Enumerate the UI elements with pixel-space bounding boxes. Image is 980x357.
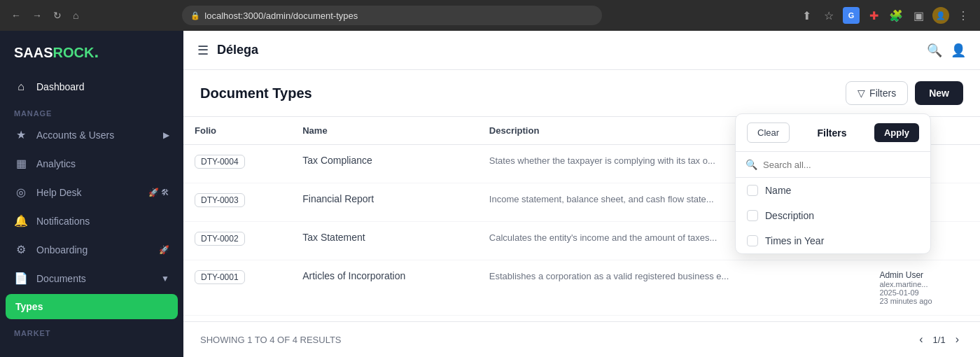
cell-folio: DTY-0002 bbox=[183, 222, 291, 260]
filter-option-description-label: Description bbox=[765, 210, 814, 221]
sidebar-item-help-desk[interactable]: ◎ Help Desk 🚀 🛠 bbox=[0, 178, 183, 206]
window-icon[interactable]: ▣ bbox=[910, 7, 927, 24]
filters-button[interactable]: ▽ Filters bbox=[846, 81, 908, 105]
pagination: ‹ 1/1 › bbox=[915, 332, 963, 347]
sidebar-item-onboarding[interactable]: ⚙ Onboarding 🚀 bbox=[0, 235, 183, 264]
table-footer: SHOWING 1 TO 4 OF 4 RESULTS ‹ 1/1 › bbox=[183, 321, 980, 357]
description-text: Calculates the entity's income and the a… bbox=[489, 232, 718, 243]
page-title: Document Types bbox=[200, 85, 312, 102]
page-indicator: 1/1 bbox=[933, 335, 946, 345]
hamburger-button[interactable]: ☰ bbox=[197, 43, 209, 58]
filters-label: Filters bbox=[869, 88, 896, 99]
market-section-label: MARKET bbox=[0, 321, 183, 340]
onboarding-icon: ⚙ bbox=[14, 243, 28, 256]
sidebar-item-analytics[interactable]: ▦ Analytics bbox=[0, 149, 183, 178]
header-title: Délega bbox=[217, 43, 258, 57]
filter-clear-button[interactable]: Clear bbox=[747, 122, 790, 143]
filter-option-description[interactable]: Description bbox=[736, 203, 930, 228]
created-by-email: alex.martine... bbox=[879, 280, 969, 288]
extension-icon[interactable]: ✚ bbox=[865, 7, 882, 24]
prev-page-button[interactable]: ‹ bbox=[915, 332, 927, 347]
helpdesk-icon: ◎ bbox=[14, 186, 28, 199]
sidebar-item-types[interactable]: Types bbox=[6, 294, 178, 319]
star-icon: ★ bbox=[14, 128, 28, 141]
filter-dropdown-header: Clear Filters Apply bbox=[736, 114, 930, 152]
page-header-actions: ▽ Filters New bbox=[846, 81, 963, 105]
documents-icon: 📄 bbox=[14, 272, 28, 285]
share-icon[interactable]: ⬆ bbox=[798, 7, 815, 24]
chevron-down-icon: ▼ bbox=[161, 274, 169, 284]
sidebar: SAASROCK. ⌂ Dashboard MANAGE ★ Accounts … bbox=[0, 31, 183, 357]
chart-icon: ▦ bbox=[14, 157, 28, 170]
filter-apply-button[interactable]: Apply bbox=[874, 123, 919, 142]
bell-icon: 🔔 bbox=[14, 214, 28, 227]
puzzle-icon[interactable]: 🧩 bbox=[888, 7, 904, 24]
sidebar-item-documents[interactable]: 📄 Documents ▼ bbox=[0, 264, 183, 293]
filter-search-row: 🔍 bbox=[736, 152, 930, 178]
menu-icon[interactable]: ⋮ bbox=[955, 7, 972, 24]
chevron-right-icon: ▶ bbox=[163, 130, 169, 140]
description-text: Establishes a corporation as a valid reg… bbox=[489, 271, 729, 281]
search-icon: 🔍 bbox=[746, 159, 757, 170]
url-bar[interactable]: 🔒 localhost:3000/admin/document-types bbox=[182, 6, 602, 25]
extension-g-icon[interactable]: G bbox=[843, 7, 860, 24]
back-button[interactable]: ← bbox=[8, 7, 24, 24]
filter-option-times-in-year-label: Times in Year bbox=[765, 235, 824, 246]
showing-text: SHOWING 1 TO 4 OF 4 RESULTS bbox=[200, 335, 342, 345]
types-label: Types bbox=[15, 301, 43, 312]
sidebar-item-dashboard[interactable]: ⌂ Dashboard bbox=[0, 73, 183, 101]
cell-name: Tax Statement bbox=[291, 222, 478, 260]
sidebar-item-accounts-users[interactable]: ★ Accounts & Users ▶ bbox=[0, 120, 183, 149]
filter-option-times-in-year[interactable]: Times in Year bbox=[736, 228, 930, 253]
col-folio: Folio bbox=[183, 117, 291, 145]
header-actions: 🔍 👤 bbox=[927, 43, 966, 58]
sidebar-item-label: Dashboard bbox=[36, 81, 169, 92]
url-text: localhost:3000/admin/document-types bbox=[204, 10, 358, 21]
user-button[interactable]: 👤 bbox=[951, 43, 966, 58]
next-page-button[interactable]: › bbox=[951, 332, 963, 347]
page-header: Document Types ▽ Filters New Clear Filte… bbox=[183, 70, 980, 117]
logo-rock: ROCK bbox=[53, 45, 94, 60]
filter-icon: ▽ bbox=[858, 88, 865, 99]
cell-folio: DTY-0003 bbox=[183, 183, 291, 222]
sidebar-logo: SAASROCK. bbox=[0, 31, 183, 73]
col-name: Name bbox=[291, 117, 478, 145]
description-text: States whether the taxpayer is complying… bbox=[489, 155, 715, 166]
filter-option-name[interactable]: Name bbox=[736, 178, 930, 203]
filter-checkbox-description[interactable] bbox=[747, 210, 758, 221]
logo-dot: . bbox=[94, 42, 99, 61]
lock-icon: 🔒 bbox=[190, 11, 200, 20]
filter-checkbox-name[interactable] bbox=[747, 185, 758, 196]
main-content: ☰ Délega 🔍 👤 Document Types ▽ Filters Ne… bbox=[183, 31, 980, 357]
new-button[interactable]: New bbox=[915, 81, 963, 105]
table-row: DTY-0001 Articles of Incorporation Estab… bbox=[183, 260, 980, 316]
sidebar-item-label: Notifications bbox=[36, 216, 169, 227]
cell-name: Financial Report bbox=[291, 183, 478, 222]
created-ago: 23 minutes ago bbox=[879, 297, 969, 305]
home-icon: ⌂ bbox=[14, 80, 28, 93]
sidebar-item-notifications[interactable]: 🔔 Notifications bbox=[0, 206, 183, 235]
filter-option-name-label: Name bbox=[765, 185, 791, 196]
help-desk-badge: 🚀 🛠 bbox=[148, 188, 169, 197]
app-layout: SAASROCK. ⌂ Dashboard MANAGE ★ Accounts … bbox=[0, 31, 980, 357]
sidebar-item-label: Documents bbox=[36, 273, 153, 284]
browser-user-avatar[interactable]: 👤 bbox=[932, 7, 949, 24]
browser-actions: ⬆ ☆ G ✚ 🧩 ▣ 👤 ⋮ bbox=[798, 7, 972, 24]
cell-name: Articles of Incorporation bbox=[291, 260, 478, 316]
refresh-button[interactable]: ↻ bbox=[50, 7, 64, 24]
forward-button[interactable]: → bbox=[29, 7, 45, 24]
description-text: Income statement, balance sheet, and cas… bbox=[489, 194, 714, 204]
filter-checkbox-times-in-year[interactable] bbox=[747, 235, 758, 246]
bookmark-icon[interactable]: ☆ bbox=[820, 7, 837, 24]
folio-badge: DTY-0003 bbox=[195, 193, 245, 207]
filter-panel-title: Filters bbox=[795, 127, 869, 139]
cell-folio: DTY-0004 bbox=[183, 145, 291, 183]
search-button[interactable]: 🔍 bbox=[927, 43, 942, 58]
manage-section-label: MANAGE bbox=[0, 101, 183, 120]
home-button[interactable]: ⌂ bbox=[70, 7, 81, 24]
sidebar-item-label: Onboarding bbox=[36, 244, 150, 255]
cell-created-by: Admin User alex.martine... 2025-01-09 23… bbox=[868, 260, 980, 316]
filter-search-input[interactable] bbox=[763, 160, 920, 170]
sidebar-item-label: Accounts & Users bbox=[36, 130, 155, 141]
created-by-user: Admin User bbox=[879, 270, 969, 280]
